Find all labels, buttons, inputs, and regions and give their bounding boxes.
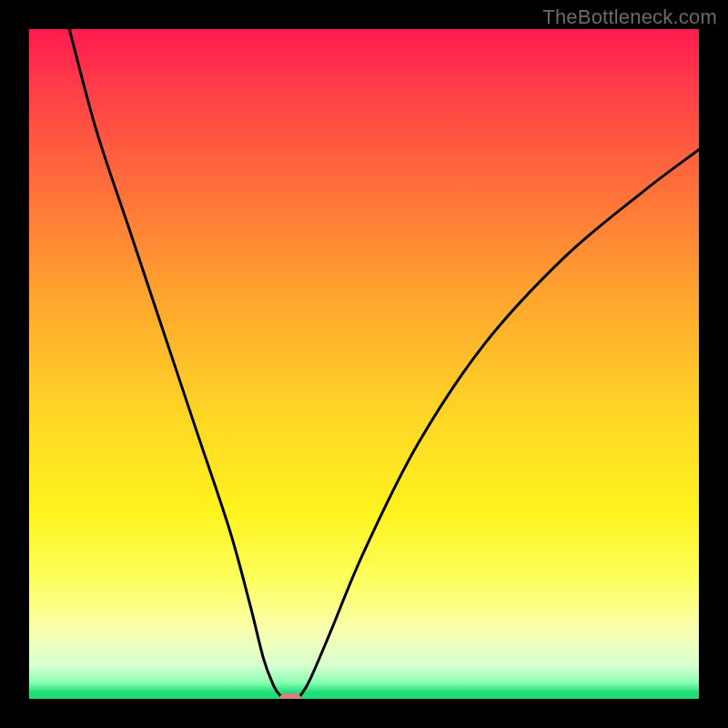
curve-svg — [29, 29, 699, 699]
chart-frame: TheBottleneck.com — [0, 0, 728, 728]
optimum-marker — [279, 693, 301, 699]
bottleneck-curve — [69, 29, 699, 699]
plot-area — [29, 29, 699, 699]
watermark-text: TheBottleneck.com — [542, 5, 717, 29]
